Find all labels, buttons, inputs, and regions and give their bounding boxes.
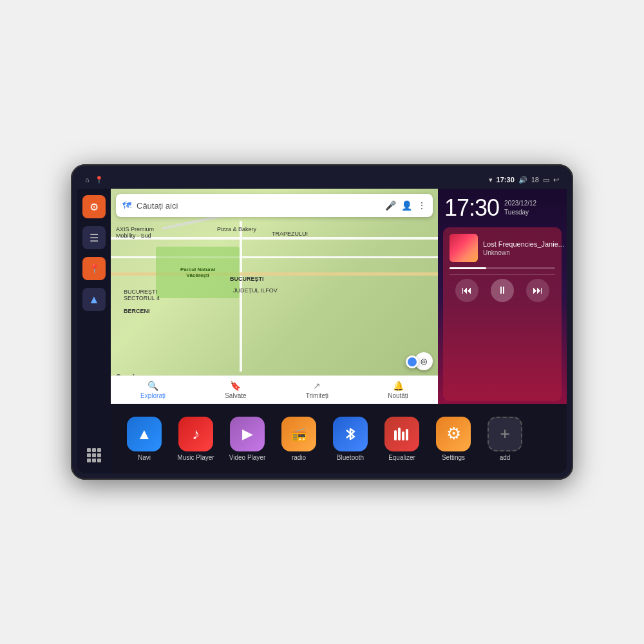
app-navi[interactable]: ▲ Navi [121, 417, 167, 461]
sidebar-nav-btn[interactable]: ▲ [82, 288, 106, 311]
clock-display: 17:30 [497, 176, 515, 184]
bluetooth-symbol [341, 425, 359, 443]
music-progress-bar[interactable] [450, 267, 555, 269]
clock-day-value: Tuesday [504, 208, 536, 217]
maps-icon[interactable]: 📍 [95, 176, 104, 184]
center-area: Parcul NaturalVăcărești AXIS PremiumMobi… [111, 189, 567, 473]
equalizer-label: Equalizer [388, 454, 415, 461]
status-left: ⌂ 📍 [85, 176, 104, 184]
location-icon: 📍 [89, 263, 100, 274]
grid-dot [92, 453, 96, 457]
files-icon: ☰ [90, 232, 99, 244]
app-settings[interactable]: ⚙ Settings [430, 417, 477, 461]
battery-icon: ▭ [543, 176, 549, 184]
back-icon[interactable]: ↩ [553, 176, 559, 184]
park-area: Parcul NaturalVăcărești [156, 247, 240, 298]
svg-rect-1 [398, 428, 401, 440]
saved-icon: 🔖 [230, 381, 241, 391]
map-tab-explore[interactable]: 🔍 Explorați [140, 381, 166, 399]
svg-rect-0 [394, 430, 397, 440]
grid-dot [97, 453, 101, 457]
park-label: Parcul NaturalVăcărești [179, 265, 216, 279]
next-track-btn[interactable]: ⏭ [526, 279, 549, 302]
home-icon[interactable]: ⌂ [85, 176, 90, 184]
settings-symbol: ⚙ [446, 424, 461, 444]
music-info-row: Lost Frequencies_Janie... Unknown [450, 234, 555, 262]
explore-icon: 🔍 [147, 381, 158, 391]
radio-label: radio [292, 454, 306, 461]
map-label-axis: AXIS PremiumMobility - Sud [116, 226, 154, 239]
radio-icon: 📻 [281, 417, 316, 451]
nav-arrow-icon: ▲ [88, 293, 100, 307]
app-add[interactable]: + add [482, 417, 528, 461]
map-label-pizza: Pizza & Bakery [217, 226, 256, 232]
add-symbol: + [500, 424, 509, 444]
navi-icon: ▲ [127, 417, 162, 451]
bluetooth-icon [333, 417, 368, 451]
app-bluetooth[interactable]: Bluetooth [327, 417, 374, 461]
left-sidebar: ⚙ ☰ 📍 ▲ [77, 189, 111, 473]
news-icon: 🔔 [393, 381, 404, 391]
settings-app-icon: ⚙ [436, 417, 471, 451]
share-icon: ↗ [313, 381, 321, 391]
settings-icon: ⚙ [90, 201, 99, 213]
map-label-buc: BUCUREȘTI [230, 276, 264, 282]
maps-logo-icon: 🗺 [122, 200, 131, 211]
video-symbol: ▶ [242, 426, 253, 442]
grid-icon [87, 448, 101, 462]
top-panels: Parcul NaturalVăcărești AXIS PremiumMobi… [111, 189, 567, 404]
sidebar-location-btn[interactable]: 📍 [82, 257, 106, 280]
clock-date-value: 2023/12/12 [504, 199, 536, 208]
pause-btn[interactable]: ⏸ [491, 279, 514, 302]
map-tab-saved[interactable]: 🔖 Salvate [225, 381, 246, 399]
saved-label: Salvate [225, 392, 246, 399]
wifi-icon: ▾ [489, 176, 493, 184]
clock-time: 17:30 [444, 196, 499, 220]
music-controls: ⏮ ⏸ ⏭ [450, 274, 555, 302]
car-head-unit: ⌂ 📍 ▾ 17:30 🔊 18 ▭ ↩ ⚙ ☰ [71, 164, 573, 480]
map-search-bar[interactable]: 🗺 Căutați aici 🎤 👤 ⋮ [116, 194, 433, 217]
bluetooth-label: Bluetooth [337, 454, 364, 461]
road-horizontal [111, 237, 438, 240]
map-tab-share[interactable]: ↗ Trimiteți [306, 381, 328, 399]
equalizer-icon [384, 417, 419, 451]
music-text: Lost Frequencies_Janie... Unknown [483, 240, 564, 256]
battery-level: 18 [531, 176, 539, 184]
mic-icon[interactable]: 🎤 [385, 200, 396, 211]
music-title: Lost Frequencies_Janie... [483, 240, 564, 248]
prev-track-btn[interactable]: ⏮ [455, 279, 478, 302]
apps-grid-btn[interactable] [82, 444, 106, 467]
map-label-ilfov: JUDEȚUL ILFOV [233, 287, 278, 294]
app-video-player[interactable]: ▶ Video Player [224, 417, 270, 461]
music-player-icon: ♪ [178, 417, 213, 451]
radio-symbol: 📻 [291, 426, 307, 442]
sidebar-settings-btn[interactable]: ⚙ [82, 195, 106, 218]
add-app-icon: + [488, 417, 522, 451]
volume-icon[interactable]: 🔊 [518, 176, 527, 184]
grid-dot [87, 453, 91, 457]
music-symbol: ♪ [192, 425, 200, 443]
music-player-label: Music Player [177, 454, 214, 461]
news-label: Noutăți [388, 392, 408, 399]
device-screen: ⌂ 📍 ▾ 17:30 🔊 18 ▭ ↩ ⚙ ☰ [77, 171, 567, 473]
app-music-player[interactable]: ♪ Music Player [173, 417, 219, 461]
map-bottom-bar: 🔍 Explorați 🔖 Salvate ↗ Trimiteți [111, 375, 438, 404]
map-tab-news[interactable]: 🔔 Noutăți [388, 381, 408, 399]
grid-dot [97, 448, 101, 452]
sidebar-files-btn[interactable]: ☰ [82, 226, 106, 249]
account-icon[interactable]: 👤 [401, 200, 412, 211]
app-equalizer[interactable]: Equalizer [379, 417, 425, 461]
app-radio[interactable]: 📻 radio [276, 417, 322, 461]
map-panel[interactable]: Parcul NaturalVăcărești AXIS PremiumMobi… [111, 189, 438, 404]
video-player-icon: ▶ [230, 417, 265, 451]
album-art-image [450, 234, 478, 262]
music-artist: Unknown [483, 249, 564, 256]
map-label-sect4: BUCUREȘTISECTORUL 4 [124, 289, 160, 301]
app-launcher: ▲ Navi ♪ Music Player ▶ Vid [111, 404, 567, 473]
video-player-label: Video Player [229, 454, 266, 461]
equalizer-symbol [392, 424, 412, 444]
menu-icon[interactable]: ⋮ [417, 200, 426, 211]
location-dot [406, 355, 419, 368]
svg-rect-3 [406, 429, 408, 440]
music-widget: Lost Frequencies_Janie... Unknown ⏮ ⏸ ⏭ [443, 227, 562, 401]
